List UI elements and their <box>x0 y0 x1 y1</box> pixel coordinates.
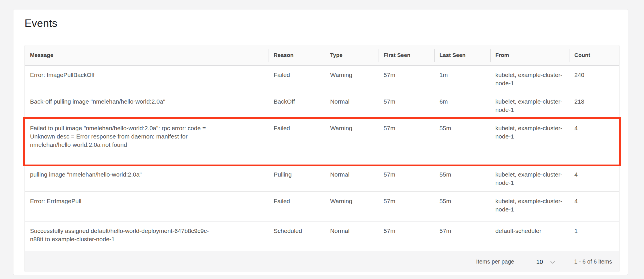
cell-text: kubelet, example-cluster-node-1 <box>495 170 564 187</box>
cell-text: kubelet, example-cluster-node-1 <box>495 97 564 114</box>
cell-from: kubelet, example-cluster-node-1 <box>490 118 569 165</box>
page-title: Events <box>25 17 57 29</box>
cell-text: 57m <box>439 227 485 235</box>
events-card: Events MessageReasonTypeFirst SeenLast S… <box>13 9 628 275</box>
cell-reason: Pulling <box>269 165 325 191</box>
cell-reason: Scheduled <box>269 221 325 251</box>
cell-text: kubelet, example-cluster-node-1 <box>495 71 564 87</box>
cell-text: kubelet, example-cluster-node-1 <box>495 124 564 141</box>
cell-message: Failed to pull image "nmelehan/hello-wor… <box>25 118 269 165</box>
column-header-label: Type <box>330 52 343 58</box>
cell-text: Warning <box>330 124 373 132</box>
cell-text: 1m <box>439 71 485 79</box>
chevron-down-icon <box>550 259 555 265</box>
column-header-last_seen: Last Seen <box>434 45 490 65</box>
cell-text: BackOff <box>274 97 320 106</box>
table-row-5: Error: ErrImagePullFailedWarning57m55mku… <box>25 191 619 221</box>
cell-text: 1 <box>574 227 614 235</box>
cell-text: Successfully assigned default/hello-worl… <box>30 227 213 243</box>
table-row-1: Error: ImagePullBackOffFailedWarning57m1… <box>25 65 619 92</box>
cell-text: pulling image "nmelehan/hello-world:2.0a… <box>30 170 213 179</box>
cell-last_seen: 1m <box>434 65 490 92</box>
cell-text: 57m <box>384 124 429 132</box>
cell-message: Error: ErrImagePull <box>25 191 269 221</box>
cell-first_seen: 57m <box>379 191 435 221</box>
cell-type: Normal <box>325 165 378 191</box>
cell-type: Warning <box>325 65 378 92</box>
cell-reason: Failed <box>269 191 325 221</box>
cell-text: kubelet, example-cluster-node-1 <box>495 197 564 213</box>
cell-text: 6m <box>439 97 485 106</box>
cell-text: Warning <box>330 71 373 79</box>
cell-type: Warning <box>325 118 378 165</box>
cell-from: kubelet, example-cluster-node-1 <box>490 92 569 118</box>
cell-text: 218 <box>574 97 614 106</box>
table-row-3: Failed to pull image "nmelehan/hello-wor… <box>25 118 619 165</box>
column-header-label: Count <box>574 52 590 58</box>
cell-last_seen: 57m <box>434 221 490 251</box>
cell-last_seen: 55m <box>434 118 490 165</box>
cell-text: 4 <box>574 170 614 179</box>
cell-first_seen: 57m <box>379 118 435 165</box>
table-row-4: pulling image "nmelehan/hello-world:2.0a… <box>25 165 619 191</box>
cell-text: Warning <box>330 197 373 205</box>
cell-message: pulling image "nmelehan/hello-world:2.0a… <box>25 165 269 191</box>
column-header-first_seen: First Seen <box>379 45 435 65</box>
cell-type: Normal <box>325 92 378 118</box>
cell-count: 4 <box>569 191 619 221</box>
cell-reason: Failed <box>269 118 325 165</box>
column-header-type: Type <box>325 45 378 65</box>
cell-first_seen: 57m <box>379 65 435 92</box>
column-header-reason: Reason <box>269 45 325 65</box>
cell-last_seen: 55m <box>434 191 490 221</box>
cell-type: Warning <box>325 191 378 221</box>
cell-message: Error: ImagePullBackOff <box>25 65 269 92</box>
items-per-page-value: 10 <box>536 258 543 265</box>
cell-text: Normal <box>330 227 373 235</box>
cell-text: 240 <box>574 71 614 79</box>
cell-first_seen: 57m <box>379 92 435 118</box>
cell-text: 4 <box>574 197 614 205</box>
column-header-from: From <box>490 45 569 65</box>
cell-text: 55m <box>439 170 485 179</box>
column-header-label: From <box>495 52 509 58</box>
cell-text: default-scheduler <box>495 227 564 235</box>
cell-text: 57m <box>384 97 429 106</box>
cell-text: Normal <box>330 97 373 106</box>
cell-count: 240 <box>569 65 619 92</box>
items-per-page-label: Items per page <box>476 258 514 265</box>
table-body: Error: ImagePullBackOffFailedWarning57m1… <box>25 65 619 251</box>
cell-text: 4 <box>574 124 614 132</box>
page-background: { "page": { "title": "Events" }, "table"… <box>0 0 644 279</box>
cell-count: 1 <box>569 221 619 251</box>
column-header-label: Last Seen <box>439 52 466 58</box>
cell-text: 57m <box>384 170 429 179</box>
cell-from: kubelet, example-cluster-node-1 <box>490 191 569 221</box>
column-header-label: Message <box>30 52 53 58</box>
column-header-message: Message <box>25 45 269 65</box>
cell-from: kubelet, example-cluster-node-1 <box>490 65 569 92</box>
cell-text: Pulling <box>274 170 320 179</box>
cell-text: Scheduled <box>274 227 320 235</box>
cell-type: Normal <box>325 221 378 251</box>
events-datagrid: MessageReasonTypeFirst SeenLast SeenFrom… <box>25 45 619 272</box>
cell-message: Successfully assigned default/hello-worl… <box>25 221 269 251</box>
cell-text: 57m <box>384 227 429 235</box>
cell-text: Back-off pulling image "nmelehan/hello-w… <box>30 97 213 106</box>
cell-text: Error: ErrImagePull <box>30 197 213 205</box>
cell-text: Failed to pull image "nmelehan/hello-wor… <box>30 124 213 149</box>
cell-count: 4 <box>569 118 619 165</box>
table-row-2: Back-off pulling image "nmelehan/hello-w… <box>25 92 619 118</box>
cell-from: default-scheduler <box>490 221 569 251</box>
cell-first_seen: 57m <box>379 221 435 251</box>
cell-message: Back-off pulling image "nmelehan/hello-w… <box>25 92 269 118</box>
cell-from: kubelet, example-cluster-node-1 <box>490 165 569 191</box>
cell-count: 4 <box>569 165 619 191</box>
table-header-row: MessageReasonTypeFirst SeenLast SeenFrom… <box>25 45 619 65</box>
cell-reason: BackOff <box>269 92 325 118</box>
items-per-page-select[interactable]: 10 <box>529 258 562 268</box>
column-header-count: Count <box>569 45 619 65</box>
cell-text: 55m <box>439 197 485 205</box>
cell-text: 57m <box>384 71 429 79</box>
cell-first_seen: 57m <box>379 165 435 191</box>
